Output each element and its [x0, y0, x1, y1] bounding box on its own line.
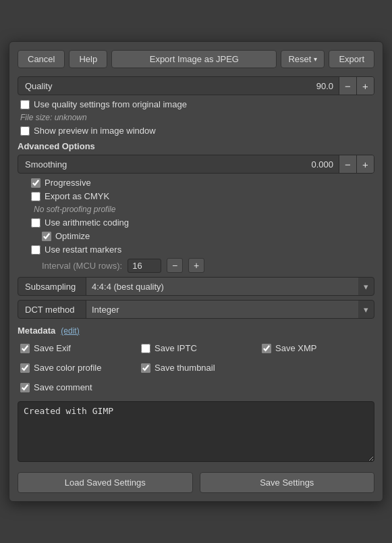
- save-color-profile-label: Save color profile: [34, 363, 101, 373]
- save-color-profile-checkbox[interactable]: [20, 363, 30, 373]
- save-iptc-checkbox[interactable]: [141, 344, 150, 353]
- dct-method-select[interactable]: Integer Fixed Float: [86, 301, 358, 318]
- progressive-row: Progressive: [18, 178, 374, 188]
- export-jpeg-dialog: Cancel Help Export Image as JPEG Reset ▾…: [9, 41, 383, 502]
- save-thumbnail-checkbox[interactable]: [141, 363, 150, 373]
- metadata-edit-link[interactable]: (edit): [61, 326, 79, 336]
- chevron-down-icon: ▾: [314, 55, 317, 63]
- smoothing-increase-button[interactable]: +: [356, 155, 374, 174]
- save-color-profile-row: Save color profile: [18, 363, 133, 373]
- subsampling-row: Subsampling 4:4:4 (best quality) 4:2:2 4…: [18, 277, 374, 296]
- reset-button[interactable]: Reset ▾: [281, 50, 325, 68]
- quality-value: 90.0: [311, 81, 339, 91]
- interval-input[interactable]: [128, 259, 161, 273]
- save-thumbnail-row: Save thumbnail: [138, 363, 254, 373]
- use-quality-original-checkbox[interactable]: [20, 100, 30, 109]
- save-exif-checkbox[interactable]: [20, 344, 30, 353]
- cancel-button[interactable]: Cancel: [18, 50, 65, 68]
- help-button[interactable]: Help: [69, 50, 107, 68]
- dialog-header: Cancel Help Export Image as JPEG Reset ▾…: [18, 50, 374, 68]
- show-preview-label: Show preview in image window: [34, 126, 156, 136]
- export-cmyk-label: Export as CMYK: [45, 191, 109, 201]
- metadata-title: Metadata: [18, 326, 55, 336]
- comment-textarea[interactable]: [18, 401, 374, 462]
- subsampling-chevron-icon: ▾: [358, 282, 374, 292]
- restart-markers-row: Use restart markers: [18, 244, 374, 255]
- interval-label: Interval (MCU rows):: [42, 261, 122, 271]
- no-soft-proofing-label: No soft-proofing profile: [18, 205, 374, 214]
- arithmetic-coding-checkbox[interactable]: [31, 218, 40, 228]
- optimize-label: Optimize: [55, 231, 90, 241]
- save-xmp-label: Save XMP: [275, 343, 316, 353]
- export-button[interactable]: Export: [329, 50, 374, 68]
- smoothing-slider-row[interactable]: Smoothing 0.000 − +: [18, 155, 374, 174]
- arithmetic-coding-row: Use arithmetic coding: [18, 217, 374, 228]
- dct-method-label: DCT method: [18, 305, 86, 315]
- use-quality-original-row: Use quality settings from original image: [18, 99, 374, 109]
- metadata-checkboxes: Save Exif Save IPTC Save XMP Save color …: [18, 340, 374, 396]
- save-comment-checkbox[interactable]: [20, 383, 30, 392]
- show-preview-row: Show preview in image window: [18, 126, 374, 136]
- progressive-label: Progressive: [45, 178, 91, 188]
- load-saved-settings-button[interactable]: Load Saved Settings: [18, 472, 193, 493]
- dialog-title: Export Image as JPEG: [111, 50, 277, 68]
- optimize-row: Optimize: [18, 231, 374, 241]
- save-exif-row: Save Exif: [18, 343, 133, 353]
- bottom-buttons: Load Saved Settings Save Settings: [18, 472, 374, 493]
- progressive-checkbox[interactable]: [31, 178, 40, 188]
- smoothing-label: Smoothing: [18, 159, 306, 170]
- save-iptc-label: Save IPTC: [155, 343, 197, 353]
- export-cmyk-row: Export as CMYK: [18, 191, 374, 201]
- arithmetic-coding-label: Use arithmetic coding: [45, 217, 129, 228]
- quality-increase-button[interactable]: +: [356, 76, 374, 95]
- use-quality-original-label: Use quality settings from original image: [34, 99, 187, 109]
- quality-label: Quality: [18, 81, 311, 91]
- metadata-header: Metadata (edit): [18, 326, 374, 336]
- dct-method-chevron-icon: ▾: [358, 305, 374, 315]
- restart-markers-checkbox[interactable]: [31, 245, 40, 255]
- restart-markers-label: Use restart markers: [45, 244, 121, 255]
- save-comment-label: Save comment: [34, 382, 92, 392]
- interval-decrease-button[interactable]: −: [167, 258, 183, 273]
- reset-label: Reset: [288, 54, 311, 64]
- advanced-options-title: Advanced Options: [18, 141, 374, 151]
- save-settings-button[interactable]: Save Settings: [200, 472, 375, 493]
- interval-increase-button[interactable]: +: [188, 258, 204, 273]
- optimize-checkbox[interactable]: [42, 232, 51, 241]
- smoothing-decrease-button[interactable]: −: [339, 155, 356, 174]
- smoothing-value: 0.000: [306, 159, 339, 170]
- save-xmp-row: Save XMP: [259, 343, 374, 353]
- show-preview-checkbox[interactable]: [20, 126, 30, 136]
- export-cmyk-checkbox[interactable]: [31, 192, 40, 201]
- dct-method-row: DCT method Integer Fixed Float ▾: [18, 300, 374, 319]
- save-thumbnail-label: Save thumbnail: [155, 363, 215, 373]
- subsampling-label: Subsampling: [18, 282, 86, 292]
- quality-slider-row[interactable]: Quality 90.0 − +: [18, 76, 374, 95]
- save-iptc-row: Save IPTC: [138, 343, 254, 353]
- quality-decrease-button[interactable]: −: [339, 76, 356, 95]
- subsampling-select[interactable]: 4:4:4 (best quality) 4:2:2 4:2:0 4:1:1: [86, 278, 358, 295]
- save-exif-label: Save Exif: [34, 343, 71, 353]
- save-comment-row: Save comment: [18, 382, 133, 392]
- save-xmp-checkbox[interactable]: [262, 344, 271, 353]
- interval-row: Interval (MCU rows): − +: [18, 258, 374, 273]
- file-size-label: File size: unknown: [18, 113, 374, 122]
